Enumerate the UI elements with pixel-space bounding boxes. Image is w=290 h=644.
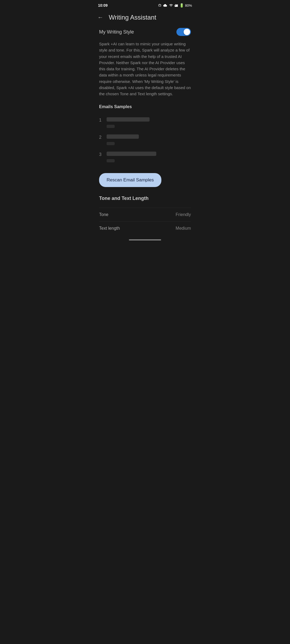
email-list: 1 2 3 — [99, 115, 191, 168]
email-info-1 — [107, 117, 191, 129]
rescan-button[interactable]: Rescan Email Samples — [99, 173, 161, 187]
back-button[interactable]: ← — [95, 13, 106, 21]
main-content: My Writing Style Spark +AI can learn to … — [93, 25, 197, 235]
notification-icon — [158, 3, 162, 7]
battery-percent: 80% — [185, 3, 192, 8]
email-item-3: 3 — [99, 149, 191, 166]
tone-label: Tone — [99, 212, 108, 217]
text-length-row[interactable]: Text length Medium — [99, 221, 191, 235]
email-info-3 — [107, 152, 191, 163]
email-meta-3 — [107, 159, 115, 162]
wifi-icon — [169, 3, 173, 7]
status-icons: 🔋 80% — [158, 3, 192, 8]
tone-value: Friendly — [176, 212, 191, 217]
text-length-value: Medium — [176, 226, 191, 231]
email-number-2: 2 — [99, 134, 103, 140]
email-info-2 — [107, 134, 191, 146]
emails-samples-heading: Emails Samples — [99, 104, 191, 115]
email-subject-1 — [107, 117, 150, 122]
home-indicator — [93, 235, 197, 243]
tone-text-length-heading: Tone and Text Length — [99, 196, 191, 208]
battery-icon: 🔋 — [179, 3, 184, 8]
signal-icon — [175, 3, 178, 7]
description-text: Spark +AI can learn to mimic your unique… — [99, 41, 191, 104]
my-writing-style-toggle[interactable] — [176, 28, 191, 36]
email-item-2: 2 — [99, 132, 191, 149]
email-subject-3 — [107, 152, 156, 156]
my-writing-style-row: My Writing Style — [99, 25, 191, 41]
email-number-3: 3 — [99, 152, 103, 157]
email-meta-2 — [107, 142, 115, 145]
toolbar: ← Writing Assistant — [93, 10, 197, 25]
toggle-thumb — [184, 29, 190, 35]
page-title: Writing Assistant — [109, 14, 156, 21]
status-bar: 10:09 🔋 80% — [93, 0, 197, 10]
email-item-1: 1 — [99, 115, 191, 132]
email-number-1: 1 — [99, 117, 103, 123]
email-subject-2 — [107, 134, 139, 139]
cloud-icon — [163, 3, 168, 7]
tone-row[interactable]: Tone Friendly — [99, 208, 191, 221]
status-time: 10:09 — [98, 3, 108, 8]
email-meta-1 — [107, 125, 115, 128]
my-writing-style-label: My Writing Style — [99, 29, 134, 35]
text-length-label: Text length — [99, 226, 120, 231]
toggle-track — [176, 28, 191, 36]
home-bar — [129, 239, 161, 240]
